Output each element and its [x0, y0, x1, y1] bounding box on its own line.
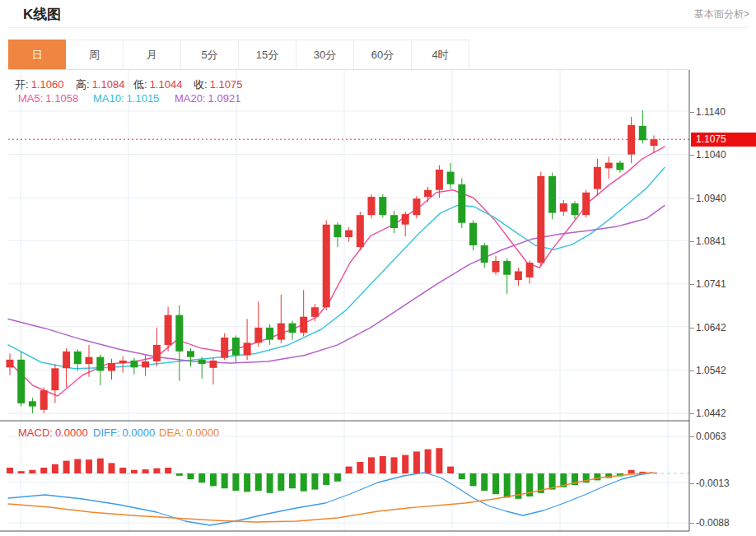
price-axis-label: 1.1040: [696, 149, 726, 161]
kline-chart-canvas[interactable]: [0, 0, 756, 536]
current-price-badge: 1.1075: [691, 133, 756, 147]
price-axis-label: 1.0940: [696, 193, 726, 204]
price-axis-label: 1.0542: [696, 365, 726, 376]
dea-value: DEA:0.0000: [159, 426, 219, 439]
macd-axis-label: -0.0088: [696, 517, 730, 529]
price-axis-label: 1.0841: [696, 235, 726, 247]
macd-axis-label: -0.0013: [696, 478, 730, 489]
macd-value: MACD:0.0000: [18, 426, 88, 439]
price-axis-label: 1.1140: [696, 106, 726, 118]
price-axis-label: 1.0741: [696, 278, 726, 290]
diff-value: DIFF:0.0000: [93, 426, 155, 439]
price-axis-label: 1.0442: [696, 408, 726, 419]
price-axis-label: 1.0642: [696, 322, 726, 333]
macd-axis-label: 0.0063: [696, 431, 726, 442]
